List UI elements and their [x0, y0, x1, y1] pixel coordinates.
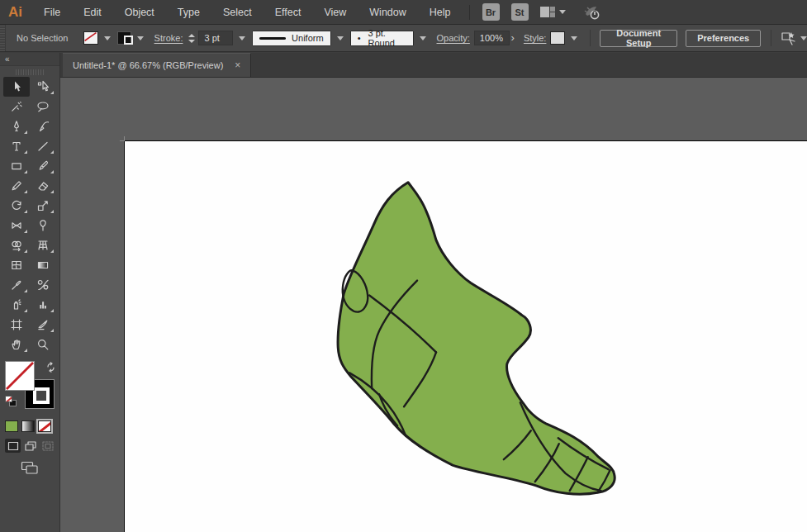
app-button-st[interactable]: St — [511, 3, 529, 21]
brush-definition-select[interactable]: • 3 pt. Round — [350, 31, 414, 46]
brush-definition-dropdown[interactable] — [416, 31, 426, 45]
width-profile-select[interactable]: Uniform — [252, 31, 331, 46]
pen-tool[interactable] — [3, 116, 30, 136]
menu-select[interactable]: Select — [211, 0, 263, 25]
stroke-weight-dropdown[interactable] — [235, 31, 245, 45]
stroke-panel-link[interactable]: Stroke: — [154, 33, 183, 43]
menu-object[interactable]: Object — [113, 0, 166, 25]
magic-wand-tool-icon — [10, 100, 23, 113]
shape-builder-tool[interactable] — [3, 235, 30, 255]
paintbrush-tool[interactable] — [30, 156, 56, 176]
draw-normal-button[interactable] — [5, 439, 21, 453]
color-mode-buttons — [5, 420, 59, 432]
width-tool-icon — [10, 219, 23, 232]
zoom-tool[interactable] — [30, 335, 56, 354]
tools-panel: « — [0, 53, 60, 532]
menu-file[interactable]: File — [32, 0, 72, 25]
default-fill-stroke-icon[interactable] — [5, 396, 17, 406]
column-graph-tool[interactable] — [30, 295, 56, 315]
rectangle-tool[interactable] — [3, 156, 30, 176]
perspective-grid-tool[interactable] — [30, 235, 56, 255]
document-tab-title: Untitled-1* @ 66.67% (RGB/Preview) — [73, 60, 223, 70]
panel-collapse-button[interactable]: « — [0, 53, 59, 66]
panel-drag-grip[interactable] — [16, 69, 44, 75]
gradient-tool[interactable] — [30, 255, 56, 275]
select-similar-icon[interactable] — [781, 31, 807, 45]
line-segment-tool[interactable] — [30, 136, 56, 156]
color-button[interactable] — [5, 420, 18, 432]
type-tool-icon — [10, 140, 23, 153]
mesh-tool[interactable] — [3, 255, 30, 275]
draw-behind-button[interactable] — [22, 439, 38, 453]
mesh-tool-icon — [10, 259, 23, 272]
slice-tool[interactable] — [30, 315, 56, 335]
width-tool[interactable] — [3, 216, 30, 235]
drawing-mode-buttons — [5, 439, 59, 453]
control-bar: No Selection Stroke: 3 pt Uniform • 3 pt… — [0, 25, 807, 52]
paintbrush-tool-icon — [36, 159, 50, 173]
gradient-button[interactable] — [21, 420, 35, 432]
fill-dropdown[interactable] — [101, 31, 111, 45]
stroke-weight-stepper[interactable] — [188, 34, 195, 43]
symbol-sprayer-tool[interactable] — [3, 295, 30, 315]
scale-tool[interactable] — [30, 196, 56, 216]
eraser-tool[interactable] — [30, 176, 56, 196]
menu-type[interactable]: Type — [166, 0, 211, 25]
type-tool[interactable] — [3, 136, 30, 156]
stroke-color-icon[interactable] — [117, 31, 131, 45]
menu-help[interactable]: Help — [418, 0, 463, 25]
document-setup-button[interactable]: Document Setup — [600, 30, 677, 47]
artboard[interactable] — [124, 140, 807, 532]
swap-fill-stroke-icon[interactable] — [45, 361, 56, 376]
artboard-tool-icon — [10, 318, 23, 331]
fill-swatch-indicator[interactable] — [5, 361, 35, 391]
style-panel-link[interactable]: Style: — [524, 33, 547, 43]
gpu-performance-icon[interactable] — [582, 4, 602, 21]
stroke-weight-value[interactable]: 3 pt — [198, 31, 232, 45]
shaper-tool[interactable] — [3, 176, 30, 196]
canvas-pasteboard[interactable] — [60, 78, 807, 532]
change-screen-mode-icon[interactable] — [19, 461, 40, 475]
magic-wand-tool[interactable] — [3, 97, 30, 116]
blend-tool-icon — [36, 278, 50, 292]
workspace-switcher-icon[interactable] — [539, 6, 566, 18]
none-button[interactable] — [38, 420, 51, 432]
line-segment-tool-icon — [36, 140, 50, 153]
width-profile-icon — [259, 37, 286, 40]
selection-tool[interactable] — [3, 77, 30, 97]
gradient-tool-icon — [36, 259, 50, 272]
slice-tool-icon — [36, 318, 50, 331]
draw-inside-button[interactable] — [40, 439, 55, 453]
direct-selection-tool[interactable] — [30, 77, 56, 97]
blend-tool[interactable] — [30, 275, 56, 295]
menu-window[interactable]: Window — [358, 0, 417, 25]
style-dropdown[interactable] — [567, 31, 577, 45]
free-transform-tool[interactable] — [30, 216, 56, 235]
lasso-tool[interactable] — [30, 97, 56, 116]
stroke-dropdown[interactable] — [134, 31, 144, 45]
tab-close-icon[interactable]: × — [235, 59, 240, 71]
hand-tool[interactable] — [3, 335, 30, 354]
opacity-slider-arrow[interactable]: › — [510, 31, 520, 45]
fill-none-icon[interactable] — [83, 31, 97, 45]
menu-view[interactable]: View — [312, 0, 358, 25]
width-profile-dropdown[interactable] — [334, 31, 344, 45]
app-logo: Ai — [0, 4, 32, 21]
eyedropper-tool[interactable] — [3, 275, 30, 295]
document-tab[interactable]: Untitled-1* @ 66.67% (RGB/Preview) × — [63, 53, 251, 77]
rotate-tool[interactable] — [3, 196, 30, 216]
chevron-down-icon — [137, 36, 144, 40]
artboard-tool[interactable] — [3, 315, 30, 335]
pen-tool-icon — [10, 120, 23, 133]
menu-edit[interactable]: Edit — [72, 0, 113, 25]
chevron-down-icon — [571, 36, 577, 40]
opacity-panel-link[interactable]: Opacity: — [437, 33, 470, 43]
panel-grip[interactable] — [0, 25, 6, 51]
controlbar-separator — [590, 30, 591, 46]
opacity-input[interactable]: 100% — [474, 31, 510, 45]
menu-effect[interactable]: Effect — [263, 0, 313, 25]
style-swatch[interactable] — [550, 31, 564, 45]
preferences-button[interactable]: Preferences — [686, 30, 761, 47]
curvature-tool[interactable] — [30, 116, 56, 136]
app-button-br[interactable]: Br — [482, 3, 500, 21]
